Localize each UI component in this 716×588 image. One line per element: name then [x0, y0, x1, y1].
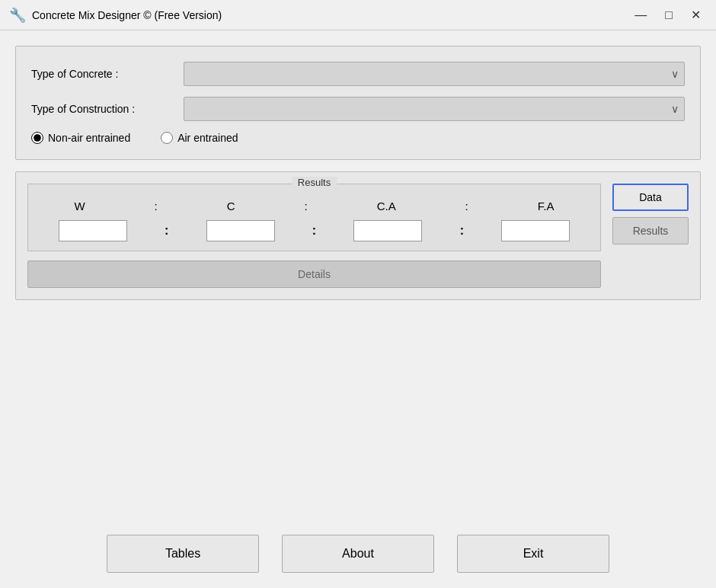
results-box: Results W : C : C.A : F.A :	[27, 184, 601, 251]
results-inputs: : : :	[40, 220, 589, 241]
data-button[interactable]: Data	[612, 184, 689, 211]
concrete-type-label: Type of Concrete :	[31, 68, 184, 80]
results-details-wrapper: Results W : C : C.A : F.A :	[27, 184, 601, 288]
radio-row: Non-air entrained Air entrained	[31, 132, 685, 144]
details-button[interactable]: Details	[27, 260, 601, 288]
input-c[interactable]	[206, 220, 275, 241]
header-fa: F.A	[538, 200, 555, 213]
results-panel: Results W : C : C.A : F.A :	[15, 171, 701, 300]
construction-type-label: Type of Construction :	[31, 103, 184, 115]
title-bar: 🔧 Concrete Mix Designer © (Free Version)…	[0, 0, 716, 30]
construction-type-select[interactable]	[184, 97, 685, 121]
construction-type-row: Type of Construction : ∨	[31, 97, 685, 121]
concrete-type-row: Type of Concrete : ∨	[31, 62, 685, 86]
header-c: C	[227, 200, 235, 213]
results-button[interactable]: Results	[612, 217, 689, 244]
air-entrained-text: Air entrained	[177, 132, 238, 144]
air-entrained-label[interactable]: Air entrained	[161, 132, 238, 144]
main-content: Type of Concrete : ∨ Type of Constructio…	[0, 30, 716, 527]
results-legend: Results	[292, 177, 337, 188]
header-colon-2: :	[305, 200, 308, 213]
title-bar-controls: — □ ✕	[628, 8, 707, 23]
close-button[interactable]: ✕	[685, 8, 707, 23]
header-colon-3: :	[465, 200, 468, 213]
app-icon: 🔧	[9, 7, 26, 24]
exit-button[interactable]: Exit	[457, 535, 609, 573]
non-air-entrained-label[interactable]: Non-air entrained	[31, 132, 130, 144]
bottom-buttons: Tables About Exit	[0, 527, 716, 588]
header-colon-1: :	[155, 200, 158, 213]
non-air-entrained-text: Non-air entrained	[48, 132, 130, 144]
results-buttons: Data Results	[612, 184, 689, 244]
input-colon-3: :	[460, 224, 464, 238]
input-fa[interactable]	[501, 220, 570, 241]
form-panel: Type of Concrete : ∨ Type of Constructio…	[15, 46, 701, 160]
construction-type-select-wrapper: ∨	[184, 97, 685, 121]
maximize-button[interactable]: □	[659, 8, 679, 23]
input-colon-2: :	[312, 224, 316, 238]
input-w[interactable]	[59, 220, 127, 241]
app-title: Concrete Mix Designer © (Free Version)	[32, 9, 222, 21]
results-inner-container: Results W : C : C.A : F.A :	[27, 184, 689, 288]
header-w: W	[74, 200, 85, 213]
header-ca: C.A	[377, 200, 396, 213]
concrete-type-select[interactable]	[184, 62, 685, 86]
title-bar-left: 🔧 Concrete Mix Designer © (Free Version)	[9, 7, 222, 24]
concrete-type-select-wrapper: ∨	[184, 62, 685, 86]
non-air-entrained-radio[interactable]	[31, 132, 43, 144]
tables-button[interactable]: Tables	[107, 535, 259, 573]
input-ca[interactable]	[353, 220, 422, 241]
results-headers: W : C : C.A : F.A	[40, 200, 589, 213]
air-entrained-radio[interactable]	[161, 132, 173, 144]
input-colon-1: :	[165, 224, 168, 238]
about-button[interactable]: About	[282, 535, 434, 573]
minimize-button[interactable]: —	[628, 8, 653, 23]
